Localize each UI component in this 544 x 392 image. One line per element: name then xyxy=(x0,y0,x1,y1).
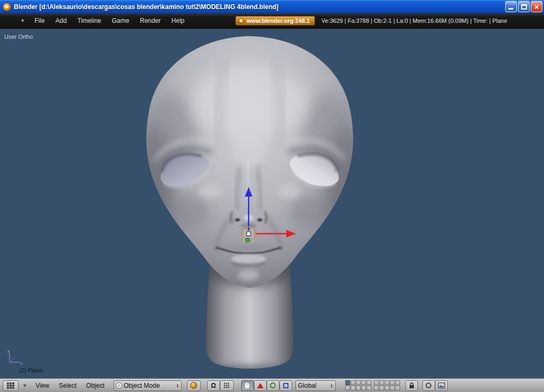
layer-cell[interactable] xyxy=(351,386,355,390)
close-icon: × xyxy=(531,2,542,12)
layer-buttons xyxy=(345,380,400,390)
scale-manipulator-button[interactable] xyxy=(279,380,292,391)
header-menu-collapse-icon[interactable]: ▼ xyxy=(19,383,31,388)
layer-cell[interactable] xyxy=(367,380,371,385)
layer-block-2 xyxy=(374,380,400,390)
blender-window: Blender [d:\Aleksaurio\descargas\cosas b… xyxy=(0,0,544,392)
dropdown-arrows-icon: ▲▼ xyxy=(176,384,179,388)
layer-cell[interactable] xyxy=(345,380,350,385)
menu-help[interactable]: Help xyxy=(166,15,190,26)
lock-layers-button[interactable] xyxy=(405,380,418,391)
editor-type-button[interactable] xyxy=(3,380,19,391)
layer-cell[interactable] xyxy=(379,380,384,385)
layer-block-1 xyxy=(345,380,371,390)
editor-grid-icon xyxy=(7,382,14,389)
mini-axis-gizmo: y x xyxy=(5,348,23,367)
snap-grid-button[interactable] xyxy=(220,380,234,391)
window-title: Blender [d:\Aleksaurio\descargas\cosas b… xyxy=(14,3,505,11)
svg-text:x: x xyxy=(20,361,22,365)
menu-render[interactable]: Render xyxy=(134,15,166,26)
hand-icon xyxy=(244,382,251,389)
menu-timeline[interactable]: Timeline xyxy=(72,15,107,26)
scene-stats: Ve:3629 | Fa:3788 | Ob:2-1 | La:0 | Mem:… xyxy=(321,18,507,24)
titlebar: Blender [d:\Aleksaurio\descargas\cosas b… xyxy=(0,0,544,13)
menu-select[interactable]: Select xyxy=(54,382,81,389)
image-icon xyxy=(438,382,445,389)
blender-logo-icon xyxy=(239,18,244,23)
minimize-icon xyxy=(508,8,513,10)
lock-icon xyxy=(408,382,415,389)
layer-cell[interactable] xyxy=(379,386,384,390)
layer-cell[interactable] xyxy=(361,386,366,390)
blender-org-label: www.blender.org 248.1 xyxy=(246,18,310,24)
top-menubar: ▼ File Add Timeline Game Render Help www… xyxy=(0,13,544,29)
layer-cell[interactable] xyxy=(390,380,395,385)
menu-game[interactable]: Game xyxy=(107,15,135,26)
layer-cell[interactable] xyxy=(374,386,379,390)
shading-sphere-icon xyxy=(190,382,197,389)
blender-app-icon xyxy=(3,3,11,11)
menu-file[interactable]: File xyxy=(29,15,50,26)
pivot-icon: Ω xyxy=(211,382,216,389)
manipulator-toggle-button[interactable] xyxy=(241,380,254,391)
grid-dots-icon xyxy=(224,382,230,388)
pivot-point-button[interactable]: Ω xyxy=(207,380,220,391)
3d-viewport[interactable]: User Ortho y x (2) Plane xyxy=(0,29,544,378)
svg-text:y: y xyxy=(7,348,10,353)
blender-org-badge[interactable]: www.blender.org 248.1 xyxy=(235,16,315,25)
layer-cell[interactable] xyxy=(345,386,350,390)
layer-cell[interactable] xyxy=(361,380,366,385)
orientation-value: Global xyxy=(298,382,327,389)
layer-cell[interactable] xyxy=(385,386,389,390)
active-object-label: (2) Plane xyxy=(19,367,43,373)
rotate-ring-icon xyxy=(270,382,276,388)
layer-cell[interactable] xyxy=(351,380,355,385)
layer-cell[interactable] xyxy=(390,386,395,390)
render-preview-button[interactable] xyxy=(422,380,435,391)
maximize-icon xyxy=(521,4,527,10)
layer-cell[interactable] xyxy=(356,380,361,385)
translate-manipulator-button[interactable] xyxy=(254,380,267,391)
window-controls: × xyxy=(505,1,542,12)
viewport-shading-button[interactable] xyxy=(187,380,201,391)
layer-cell[interactable] xyxy=(385,380,389,385)
menu-add[interactable]: Add xyxy=(50,15,72,26)
translate-arrow-icon xyxy=(257,383,264,388)
close-button[interactable]: × xyxy=(531,1,542,12)
orientation-dropdown[interactable]: Global ▲▼ xyxy=(295,380,336,391)
mode-dropdown-value: Object Mode xyxy=(124,382,173,389)
mode-dropdown[interactable]: Object Mode ▲▼ xyxy=(114,380,182,391)
maximize-button[interactable] xyxy=(518,1,530,12)
layer-cell[interactable] xyxy=(395,386,400,390)
view-mode-label: User Ortho xyxy=(4,33,33,40)
alien-head-model xyxy=(0,29,544,378)
gizmo-center xyxy=(246,232,251,236)
layer-cell[interactable] xyxy=(356,386,361,390)
render-image-button[interactable] xyxy=(435,380,448,391)
rotate-manipulator-button[interactable] xyxy=(267,380,279,391)
layer-cell[interactable] xyxy=(367,386,371,390)
layer-cell[interactable] xyxy=(374,380,379,385)
menu-view[interactable]: View xyxy=(31,382,54,389)
object-center-dot xyxy=(245,238,249,242)
layer-cell[interactable] xyxy=(395,380,400,385)
object-mode-icon xyxy=(116,383,122,388)
dropdown-arrows-icon: ▲▼ xyxy=(330,384,333,388)
menu-object[interactable]: Object xyxy=(81,382,109,389)
render-ring-icon xyxy=(425,382,432,389)
scale-square-icon xyxy=(283,383,288,388)
viewport-header: ▼ View Select Object Object Mode ▲▼ Ω xyxy=(0,378,544,392)
header-collapse-icon[interactable]: ▼ xyxy=(16,18,29,23)
minimize-button[interactable] xyxy=(505,1,517,12)
